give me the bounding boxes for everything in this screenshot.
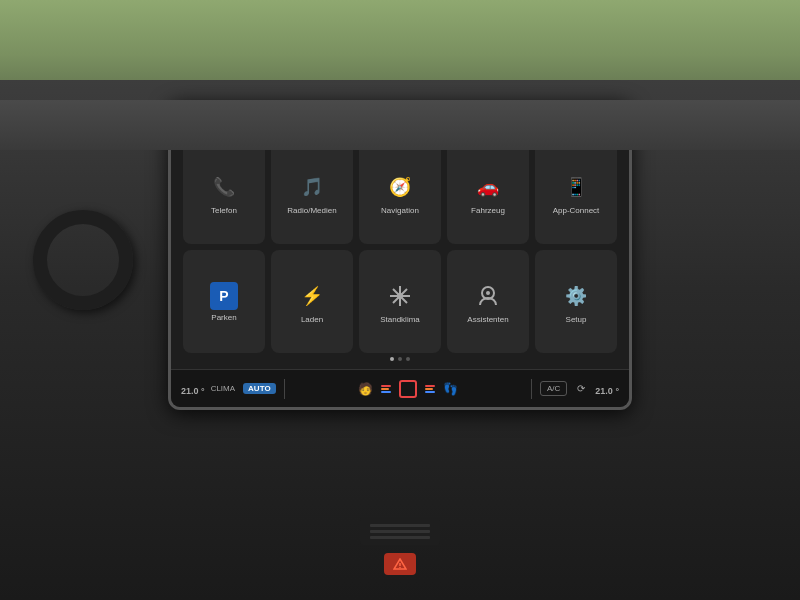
app-navigation[interactable]: 🧭 Navigation xyxy=(359,141,441,244)
setup-label: Setup xyxy=(566,316,587,325)
svg-point-4 xyxy=(397,293,403,299)
climate-temp-left: 21.0 ° xyxy=(181,381,205,397)
separator-1 xyxy=(284,379,285,399)
steering-wheel-area xyxy=(28,190,138,390)
app-telefon[interactable]: 📞 Telefon xyxy=(183,141,265,244)
climate-controls: 🧑 👣 xyxy=(293,380,523,398)
page-dots xyxy=(183,353,617,363)
ac-button[interactable]: A/C xyxy=(540,381,567,396)
hazard-button[interactable] xyxy=(384,553,416,575)
fan-lines-right xyxy=(425,385,435,393)
app-grid: 📞 Telefon 🎵 Radio/Medien 🧭 Navigation 🚗 … xyxy=(183,141,617,353)
climate-temp-right: 21.0 ° xyxy=(595,381,619,397)
laden-label: Laden xyxy=(301,316,323,325)
fan-lines xyxy=(381,385,391,393)
dashboard: ⊞ 🚗 P 🚘 MODE ⊕ 12.5 °C ⊡ ▋ xyxy=(0,0,800,600)
radio-label: Radio/Medien xyxy=(287,207,336,216)
vent-strip-2 xyxy=(370,530,430,533)
app-parken[interactable]: P Parken xyxy=(183,250,265,353)
auto-badge[interactable]: AUTO xyxy=(243,383,276,394)
assistenten-label: Assistenten xyxy=(467,316,508,325)
dot-1 xyxy=(390,357,394,361)
connect-icon: 📱 xyxy=(560,171,592,203)
recirculate-icon[interactable]: ⟳ xyxy=(577,383,585,394)
svg-point-6 xyxy=(486,291,490,295)
navigation-icon: 🧭 xyxy=(384,171,416,203)
app-assistenten[interactable]: Assistenten xyxy=(447,250,529,353)
fan-line-warm xyxy=(381,388,389,390)
center-select[interactable] xyxy=(399,380,417,398)
vent-strip-1 xyxy=(370,524,430,527)
vent-strip-3 xyxy=(370,536,430,539)
fahrzeug-icon: 🚗 xyxy=(472,171,504,203)
navigation-label: Navigation xyxy=(381,207,419,216)
assistenten-icon xyxy=(472,280,504,312)
fan-line-hot xyxy=(381,385,391,387)
standklima-icon xyxy=(384,280,416,312)
climate-bar: 21.0 ° CLIMA AUTO 🧑 xyxy=(171,369,629,407)
parken-icon: P xyxy=(210,282,238,310)
dot-2 xyxy=(398,357,402,361)
clima-label: CLIMA xyxy=(211,384,235,393)
app-laden[interactable]: ⚡ Laden xyxy=(271,250,353,353)
dot-3 xyxy=(406,357,410,361)
app-radio[interactable]: 🎵 Radio/Medien xyxy=(271,141,353,244)
app-setup[interactable]: ⚙️ Setup xyxy=(535,250,617,353)
app-fahrzeug[interactable]: 🚗 Fahrzeug xyxy=(447,141,529,244)
telefon-icon: 📞 xyxy=(208,171,240,203)
fan-line-cool-r xyxy=(425,391,435,393)
standklima-label: Standklima xyxy=(380,316,420,325)
fahrzeug-label: Fahrzeug xyxy=(471,207,505,216)
radio-icon: 🎵 xyxy=(296,171,328,203)
connect-label: App-Connect xyxy=(553,207,600,216)
person-icon: 🧑 xyxy=(358,382,373,396)
fan-line-warm-r xyxy=(425,388,433,390)
telefon-label: Telefon xyxy=(211,207,237,216)
main-content: 📞 Telefon 🎵 Radio/Medien 🧭 Navigation 🚗 … xyxy=(171,131,629,369)
laden-icon: ⚡ xyxy=(296,280,328,312)
fan-line-hot-r xyxy=(425,385,435,387)
setup-icon: ⚙️ xyxy=(560,280,592,312)
parken-label: Parken xyxy=(211,314,236,323)
fan-line-cool xyxy=(381,391,391,393)
app-standklima[interactable]: Standklima xyxy=(359,250,441,353)
foot-icon: 👣 xyxy=(443,382,458,396)
separator-2 xyxy=(531,379,532,399)
svg-point-9 xyxy=(399,567,401,569)
app-connect[interactable]: 📱 App-Connect xyxy=(535,141,617,244)
center-vent xyxy=(360,517,440,545)
